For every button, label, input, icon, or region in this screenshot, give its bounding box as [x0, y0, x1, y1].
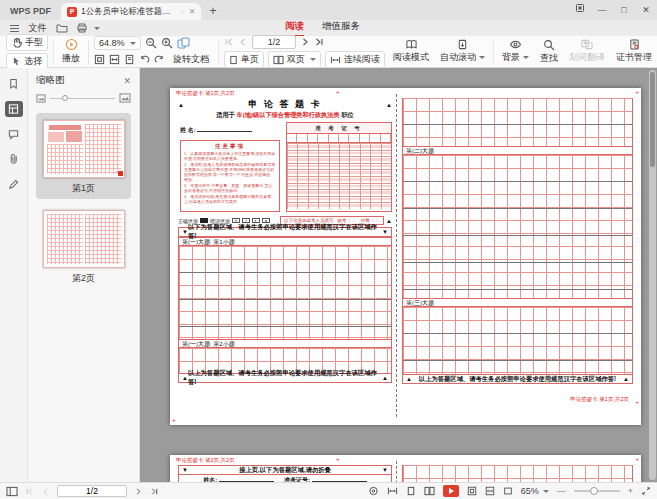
redo-icon[interactable]: [154, 54, 165, 65]
pdf-file-icon: P: [67, 7, 77, 17]
auto-scroll-button[interactable]: 自动滚动: [437, 39, 488, 64]
fit-page-icon[interactable]: [94, 54, 105, 65]
new-tab-button[interactable]: +: [201, 4, 224, 20]
compare-pages-icon[interactable]: [177, 37, 190, 49]
tab-title: 1公务员申论标准答题纸(彩色...: [81, 6, 176, 18]
page-fold-divider: [396, 94, 397, 417]
zoom-out-button[interactable]: —: [557, 486, 566, 496]
find-button[interactable]: 查找: [537, 39, 561, 65]
first-page-icon[interactable]: [224, 37, 234, 47]
zoom-in-icon[interactable]: [161, 37, 173, 49]
prev-page-icon[interactable]: [41, 487, 50, 496]
continuous-read-button[interactable]: 连续阅读: [325, 51, 385, 68]
translate-icon: [581, 39, 593, 50]
zoom-out-icon[interactable]: [145, 37, 157, 49]
minimize-button[interactable]: —: [591, 0, 613, 20]
fit-page-icon[interactable]: [467, 486, 477, 496]
thumbnail-page-2[interactable]: 第2页: [36, 203, 131, 289]
zoom-level-dropdown[interactable]: 65%: [521, 486, 549, 496]
select-tool-button[interactable]: 选择: [6, 53, 48, 70]
bookmarks-panel-icon[interactable]: [5, 76, 23, 92]
notice-item: 1、认真阅读答题卡及试卷上的注意事项,按有关规定作答,否则责任由本人负责更换。: [184, 151, 276, 161]
fit-width-icon[interactable]: [109, 54, 120, 65]
zoom-in-button[interactable]: +: [628, 486, 633, 496]
read-mode-button[interactable]: 阅读模式: [390, 39, 432, 64]
notice-item: 4、考试结束铃响,考生将试卷和答题卡翻放在桌面上,待监考人员收回后方可离开。: [184, 194, 276, 204]
continue-banner: ▼ 接上页,以下为答题区域,请勿折叠 ▼: [178, 465, 392, 475]
slideshow-play-button[interactable]: [443, 485, 459, 497]
last-page-icon[interactable]: [314, 37, 324, 47]
play-button[interactable]: 播放: [59, 38, 83, 65]
fit-width-icon[interactable]: [485, 486, 495, 496]
thumbnail-page-1[interactable]: 第1页: [36, 113, 131, 199]
double-page-icon: [273, 55, 284, 65]
menubar: 文件 阅读 增值服务: [0, 20, 657, 36]
panel-close-icon[interactable]: ✕: [123, 76, 131, 86]
first-page-icon[interactable]: [25, 487, 34, 496]
tab-close-icon[interactable]: ✕: [189, 7, 196, 16]
tab-value-added[interactable]: 增值服务: [322, 20, 360, 37]
document-viewport[interactable]: + + + + 申论答题卡 第1页,共2页 ▲ 申 论 答 题 卡 ▲ 适用于 …: [140, 68, 657, 482]
next-page-icon[interactable]: [134, 487, 143, 496]
wps-pdf-window: WPS PDF P 1公务员申论标准答题纸(彩色... ◌ ✕ + — □ ✕ …: [0, 0, 657, 499]
sidebar-toggle-icon[interactable]: [6, 486, 18, 497]
background-button[interactable]: 背景: [499, 39, 532, 64]
chevron-down-icon: [130, 42, 136, 45]
eye-protect-icon[interactable]: [368, 486, 379, 496]
undo-icon[interactable]: [139, 54, 150, 65]
vertical-scrollbar[interactable]: [649, 70, 656, 480]
auto-scroll-icon: [457, 39, 468, 50]
rotate-document-button[interactable]: 旋转文档: [169, 52, 213, 67]
open-folder-icon[interactable]: [56, 23, 68, 33]
double-page-icon[interactable]: [424, 486, 435, 496]
tab-read[interactable]: 阅读: [285, 20, 304, 37]
close-button[interactable]: ✕: [635, 0, 657, 20]
fit-visible-icon[interactable]: [124, 54, 135, 65]
last-page-icon[interactable]: [150, 487, 159, 496]
continuous-read-icon[interactable]: [387, 486, 398, 496]
answer-grid: [402, 465, 633, 482]
thumbnails-panel-icon[interactable]: [5, 101, 23, 117]
scrollbar-thumb[interactable]: [650, 72, 655, 167]
zoom-slider[interactable]: [574, 490, 620, 492]
align-mark: ▲: [386, 218, 392, 224]
crop-mark: +: [635, 399, 639, 405]
resize-grip-icon[interactable]: [641, 486, 651, 496]
book-icon: [405, 39, 418, 50]
thumb-smaller-icon[interactable]: [36, 94, 46, 103]
comments-panel-icon[interactable]: [5, 126, 23, 142]
thumb-size-slider[interactable]: [50, 98, 115, 99]
zoom-level-dropdown[interactable]: 64.8%: [94, 36, 141, 50]
ticket-number-box: 准 考 证 号: [286, 122, 392, 212]
document-tab[interactable]: P 1公务员申论标准答题纸(彩色... ◌ ✕: [61, 3, 201, 20]
double-page-button[interactable]: 双页: [268, 51, 321, 68]
certificate-manage-button[interactable]: 证书管理: [613, 39, 655, 64]
prev-page-icon[interactable]: [238, 37, 248, 47]
slider-knob[interactable]: [62, 95, 68, 101]
answer-banner-bottom: ▲ 以上为答题区域、请考生务必按照申论要求使用规范汉字在该区域作答! ▲: [178, 373, 392, 383]
workspace-icon[interactable]: [569, 0, 591, 20]
body: 缩略图 ✕ 第1页 第2页: [0, 68, 657, 482]
answer-grid: [402, 307, 633, 374]
hand-tool-button[interactable]: 手型: [6, 34, 48, 51]
single-page-button[interactable]: 单页: [224, 51, 264, 68]
next-page-icon[interactable]: [300, 37, 310, 47]
page-1-preview: [43, 120, 125, 178]
single-page-icon[interactable]: [406, 486, 416, 496]
print-icon[interactable]: [76, 23, 88, 33]
fullscreen-icon[interactable]: [503, 486, 513, 496]
chevron-down-icon[interactable]: [94, 27, 100, 30]
maximize-button[interactable]: □: [613, 0, 635, 20]
play-circle-icon: [65, 38, 78, 51]
page-number-input[interactable]: [252, 35, 296, 49]
hamburger-icon[interactable]: [10, 25, 19, 32]
notice-title: 注意事项: [184, 143, 276, 150]
zoom-slider-knob[interactable]: [590, 487, 598, 495]
status-page-input[interactable]: [57, 485, 127, 497]
attachments-panel-icon[interactable]: [5, 151, 23, 167]
signature-panel-icon[interactable]: [5, 176, 23, 192]
ticket-bubble-grid: [287, 143, 391, 209]
thumb-larger-icon[interactable]: [119, 93, 131, 103]
notice-box: 注意事项 1、认真阅读答题卡及试卷上的注意事项,按有关规定作答,否则责任由本人负…: [180, 140, 280, 212]
page2-name-row: 姓名: 准考证号:: [178, 475, 392, 482]
